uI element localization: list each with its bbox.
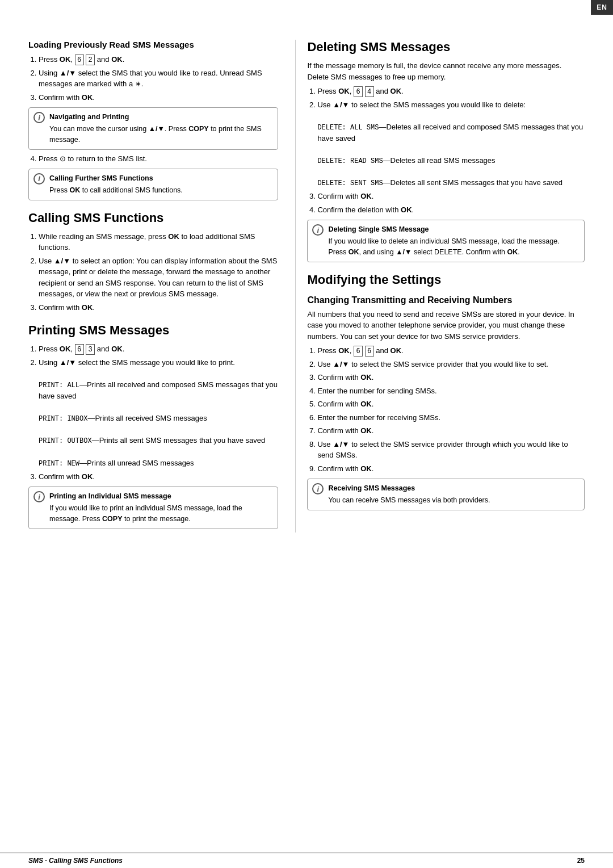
changing-step-1: Press OK, 6 6 and OK. bbox=[317, 345, 585, 357]
changing-step-6: Enter the number for receiving SMSs. bbox=[317, 412, 585, 423]
info-text-printing-individual: If you would like to print an individual… bbox=[49, 504, 242, 523]
changing-step-5: Confirm with OK. bbox=[317, 399, 585, 410]
printing-step-3: Confirm with OK. bbox=[39, 471, 278, 483]
info-text-calling-further: Press OK to call additional SMS function… bbox=[49, 186, 183, 194]
footer-left-text: SMS · Calling SMS Functions bbox=[28, 857, 123, 865]
section-deleting-title: Deleting SMS Messages bbox=[307, 40, 585, 54]
calling-step-3: Confirm with OK. bbox=[39, 302, 278, 313]
changing-step-7: Confirm with OK. bbox=[317, 425, 585, 437]
ok-key-calling-3: OK bbox=[82, 303, 93, 312]
deleting-step-2: Use ▲/▼ to select the SMS messages you w… bbox=[317, 99, 585, 189]
key-3-print: 3 bbox=[86, 344, 95, 355]
changing-step-3: Confirm with OK. bbox=[317, 372, 585, 383]
key-6-print: 6 bbox=[75, 344, 84, 355]
deleting-step-4: Confirm the deletion with OK. bbox=[317, 204, 585, 216]
delete-read-sms: DELETE: READ SMS bbox=[317, 157, 383, 165]
key-2: 2 bbox=[86, 54, 95, 65]
left-column: Loading Previously Read SMS Messages Pre… bbox=[28, 40, 295, 532]
print-inbox: PRINT: INBOX bbox=[39, 415, 87, 423]
delete-all-sms: DELETE: ALL SMS bbox=[317, 124, 379, 132]
section-loading-title: Loading Previously Read SMS Messages bbox=[28, 40, 278, 49]
changing-intro: All numbers that you need to send and re… bbox=[307, 309, 585, 342]
key-4-del: 4 bbox=[365, 86, 374, 97]
changing-step-2: Use ▲/▼ to select the SMS service provid… bbox=[317, 359, 585, 370]
deleting-intro: If the message memory is full, the devic… bbox=[307, 60, 585, 82]
info-icon-3: i bbox=[33, 491, 45, 502]
right-column: Deleting SMS Messages If the message mem… bbox=[295, 40, 585, 532]
info-text-navigating: You can move the cursor using ▲/▼. Press… bbox=[49, 125, 262, 144]
loading-step-4: Press ⊙ to return to the SMS list. bbox=[39, 153, 278, 165]
changing-step-9: Confirm with OK. bbox=[317, 463, 585, 475]
calling-step-1: While reading an SMS message, press OK t… bbox=[39, 231, 278, 253]
ok-key-calling: OK bbox=[168, 232, 179, 241]
calling-steps-list: While reading an SMS message, press OK t… bbox=[39, 231, 278, 313]
printing-step-2: Using ▲/▼ select the SMS message you wou… bbox=[39, 357, 278, 469]
info-icon-4: i bbox=[312, 224, 324, 236]
loading-step-2: Using ▲/▼ select the SMS that you would … bbox=[39, 68, 278, 90]
page: EN Loading Previously Read SMS Messages … bbox=[0, 0, 613, 868]
deleting-step-1: Press OK, 6 4 and OK. bbox=[317, 86, 585, 97]
language-tab: EN bbox=[591, 0, 613, 15]
info-icon-2: i bbox=[33, 173, 45, 184]
section-changing-title: Changing Transmitting and Receiving Numb… bbox=[307, 295, 585, 305]
info-box-deleting-single: i Deleting Single SMS Message If you wou… bbox=[307, 220, 585, 262]
ok-key-3: OK bbox=[82, 93, 93, 102]
key-6-del: 6 bbox=[354, 86, 363, 97]
printing-steps-list: Press OK, 6 3 and OK. Using ▲/▼ select t… bbox=[39, 343, 278, 482]
info-text-deleting-single: If you would like to delete an individua… bbox=[328, 237, 559, 256]
footer: SMS · Calling SMS Functions 25 bbox=[0, 853, 613, 868]
info-box-printing-individual: i Printing an Individual SMS message If … bbox=[28, 487, 278, 529]
section-modifying-title: Modifying the Settings bbox=[307, 272, 585, 287]
changing-step-8: Use ▲/▼ to select the SMS service provid… bbox=[317, 439, 585, 461]
info-box-receiving: i Receiving SMS Messages You can receive… bbox=[307, 479, 585, 510]
info-title-navigating: Navigating and Printing bbox=[49, 112, 272, 123]
loading-step-1: Press OK, 6 2 and OK. bbox=[39, 54, 278, 65]
nav-arrows-2: ▲/▼ bbox=[60, 69, 76, 77]
loading-steps-list-2: Press ⊙ to return to the SMS list. bbox=[39, 153, 278, 165]
info-text-receiving: You can receive SMS messages via both pr… bbox=[328, 496, 490, 504]
changing-step-4: Enter the number for sending SMSs. bbox=[317, 385, 585, 397]
info-title-calling-further: Calling Further SMS Functions bbox=[49, 173, 272, 184]
calling-step-2: Use ▲/▼ to select an option: You can dis… bbox=[39, 255, 278, 300]
print-all: PRINT: ALL bbox=[39, 381, 79, 389]
key-6-mod2: 6 bbox=[365, 346, 374, 357]
section-printing-title: Printing SMS Messages bbox=[28, 323, 278, 338]
print-new: PRINT: NEW bbox=[39, 460, 79, 468]
footer-page-number: 25 bbox=[577, 857, 585, 865]
deleting-steps-list: Press OK, 6 4 and OK. Use ▲/▼ to select … bbox=[317, 86, 585, 215]
info-icon-5: i bbox=[312, 483, 324, 494]
key-6: 6 bbox=[75, 54, 84, 65]
content-area: Loading Previously Read SMS Messages Pre… bbox=[0, 23, 613, 561]
info-title-receiving: Receiving SMS Messages bbox=[328, 483, 578, 494]
key-6-mod: 6 bbox=[354, 346, 363, 357]
info-title-printing-individual: Printing an Individual SMS message bbox=[49, 491, 272, 502]
info-box-navigating: i Navigating and Printing You can move t… bbox=[28, 107, 278, 149]
info-title-deleting-single: Deleting Single SMS Message bbox=[328, 224, 578, 235]
section-calling-title: Calling SMS Functions bbox=[28, 211, 278, 225]
deleting-step-3: Confirm with OK. bbox=[317, 191, 585, 202]
ok-key-1: OK bbox=[60, 55, 71, 64]
loading-steps-list: Press OK, 6 2 and OK. Using ▲/▼ select t… bbox=[39, 54, 278, 103]
info-icon-1: i bbox=[33, 112, 45, 123]
loading-step-3: Confirm with OK. bbox=[39, 92, 278, 103]
changing-steps-list: Press OK, 6 6 and OK. Use ▲/▼ to select … bbox=[317, 345, 585, 474]
info-box-calling-further: i Calling Further SMS Functions Press OK… bbox=[28, 169, 278, 200]
print-outbox: PRINT: OUTBOX bbox=[39, 437, 92, 445]
delete-sent-sms: DELETE: SENT SMS bbox=[317, 179, 383, 187]
ok-key-2: OK bbox=[111, 55, 123, 64]
printing-step-1: Press OK, 6 3 and OK. bbox=[39, 343, 278, 355]
